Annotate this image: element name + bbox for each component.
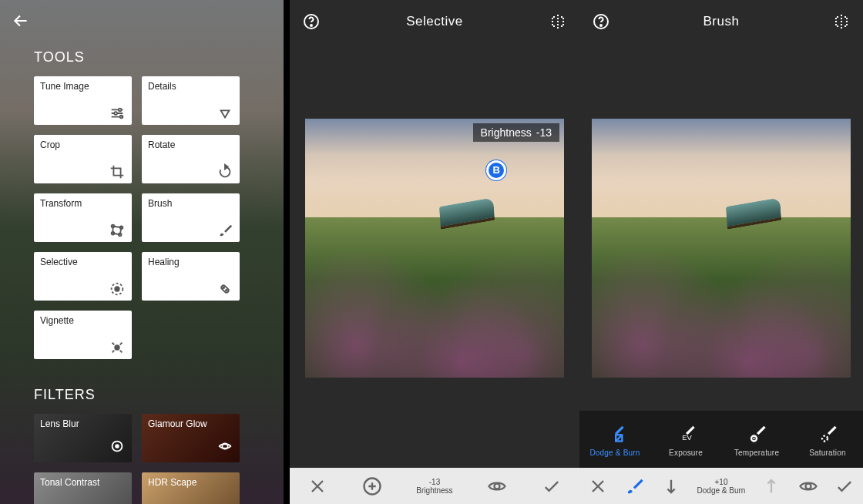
saturation-icon [817, 422, 838, 444]
selective-param-value: -13 [536, 126, 552, 139]
temperature-icon [746, 422, 767, 444]
filter-label: Tonal Contrast [40, 477, 126, 488]
svg-point-25 [753, 437, 754, 438]
filter-label: Glamour Glow [148, 418, 233, 429]
healing-icon [217, 281, 233, 297]
svg-point-12 [115, 345, 119, 350]
tool-label: Transform [40, 198, 126, 209]
brush-option-exposure[interactable]: EV Exposure [650, 411, 721, 468]
filters-grid: Lens Blur Glamour Glow Tonal Contrast HD… [34, 414, 273, 504]
cancel-button[interactable] [587, 475, 609, 497]
mask-toggle-button[interactable] [798, 475, 819, 497]
svg-point-21 [600, 25, 602, 26]
tool-label: Vignette [40, 315, 126, 326]
image-canvas[interactable] [592, 119, 851, 378]
filter-glamour-glow[interactable]: Glamour Glow [142, 414, 240, 462]
image-canvas[interactable]: Brightness -13 B [305, 119, 564, 378]
brush-option-label: Dodge & Burn [589, 449, 640, 457]
help-icon[interactable] [302, 12, 321, 31]
increase-value-button[interactable] [761, 475, 782, 497]
svg-point-7 [115, 287, 119, 291]
tool-rotate[interactable]: Rotate [142, 135, 240, 183]
apply-button[interactable] [834, 475, 855, 497]
tools-panel: TOOLS Tune Image Details Crop [0, 0, 284, 504]
tool-label: Healing [148, 257, 233, 267]
filters-section-header: FILTERS [34, 387, 273, 403]
brush-option-label: Saturation [809, 449, 846, 457]
tool-label: Brush [148, 198, 233, 209]
brush-option-label: Exposure [669, 449, 703, 457]
svg-point-14 [116, 445, 119, 448]
tools-section-header: TOOLS [34, 49, 273, 66]
tool-label: Details [148, 81, 233, 92]
editor-title: Selective [406, 14, 462, 29]
svg-point-0 [119, 109, 122, 112]
svg-point-11 [226, 290, 227, 291]
tool-tune-image[interactable]: Tune Image [34, 76, 132, 125]
cancel-button[interactable] [307, 475, 328, 497]
back-arrow-icon[interactable] [11, 11, 31, 34]
action-bar: -13 Brightness [290, 468, 579, 504]
svg-point-26 [822, 435, 828, 441]
rotate-icon [217, 163, 233, 180]
decrease-value-button[interactable] [660, 475, 682, 497]
compare-icon[interactable] [549, 12, 567, 31]
compare-icon[interactable] [832, 12, 851, 31]
help-icon[interactable] [592, 12, 610, 31]
brush-active-icon[interactable] [623, 475, 645, 497]
brush-options-bar: Dodge & Burn EV Exposure Temperature Sat… [579, 411, 863, 468]
value-label: Dodge & Burn [697, 486, 746, 495]
svg-point-10 [223, 287, 224, 288]
selective-control-point[interactable]: B [486, 160, 506, 180]
filter-label: Lens Blur [40, 418, 126, 429]
tune-icon [109, 105, 126, 122]
transform-icon [109, 222, 126, 239]
tool-crop[interactable]: Crop [34, 135, 132, 183]
selective-value-overlay: Brightness -13 [473, 123, 559, 142]
value-label: Brightness [416, 486, 452, 495]
add-control-point-button[interactable] [361, 475, 383, 497]
brush-option-label: Temperature [734, 449, 779, 457]
svg-rect-9 [220, 284, 230, 294]
filter-lens-blur[interactable]: Lens Blur [34, 414, 132, 462]
svg-point-19 [494, 483, 499, 489]
editor-header: Selective [290, 0, 579, 43]
selective-param-label: Brightness [481, 126, 532, 139]
crop-icon [109, 163, 126, 180]
photo-field [592, 217, 851, 378]
tool-selective[interactable]: Selective [34, 252, 132, 301]
brush-option-saturation[interactable]: Saturation [792, 411, 863, 468]
dodge-burn-icon [604, 422, 626, 444]
tool-transform[interactable]: Transform [34, 193, 132, 242]
exposure-icon: EV [675, 422, 697, 444]
tool-vignette[interactable]: Vignette [34, 311, 132, 359]
tool-brush[interactable]: Brush [142, 193, 240, 242]
control-point-letter: B [492, 164, 499, 176]
apply-button[interactable] [541, 475, 562, 497]
glamour-glow-icon [217, 438, 233, 458]
svg-point-27 [805, 483, 811, 489]
editor-header: Brush [579, 0, 863, 43]
value-number: -13 [416, 478, 452, 486]
editor-title: Brush [703, 14, 740, 29]
photo-field [305, 217, 564, 378]
brush-icon [217, 222, 233, 239]
current-value-readout: +10 Dodge & Burn [697, 478, 746, 495]
filter-hdr-scape[interactable]: HDR Scape [142, 472, 240, 504]
tool-healing[interactable]: Healing [142, 252, 240, 301]
filter-label: HDR Scape [148, 477, 233, 488]
brush-editor: Brush Dodge & Burn EV Exposure Temperatu… [579, 0, 863, 504]
brush-option-dodge-burn[interactable]: Dodge & Burn [579, 411, 650, 468]
svg-text:EV: EV [682, 434, 692, 442]
photo-sky [592, 119, 851, 222]
mask-toggle-button[interactable] [486, 475, 508, 497]
brush-option-temperature[interactable]: Temperature [721, 411, 792, 468]
tool-details[interactable]: Details [142, 76, 240, 125]
current-value-readout: -13 Brightness [416, 478, 452, 495]
selective-icon [109, 281, 126, 297]
vignette-icon [109, 339, 126, 356]
filter-tonal-contrast[interactable]: Tonal Contrast [34, 472, 132, 504]
value-number: +10 [697, 478, 746, 486]
details-icon [217, 105, 233, 122]
action-bar: +10 Dodge & Burn [579, 468, 863, 504]
